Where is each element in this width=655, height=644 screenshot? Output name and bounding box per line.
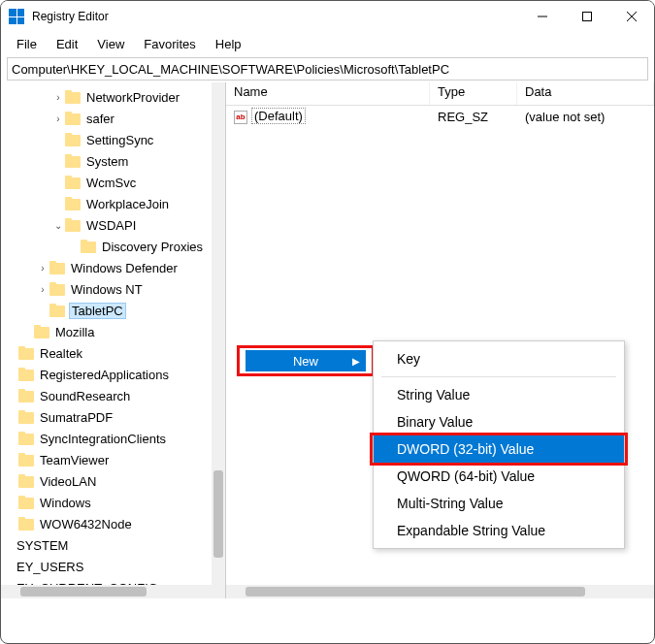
folder-icon: [18, 410, 34, 424]
chevron-right-icon[interactable]: ›: [36, 263, 49, 274]
menubar: File Edit View Favorites Help: [1, 32, 654, 55]
tree-item-label: WOW6432Node: [38, 517, 134, 531]
folder-icon: [49, 282, 65, 296]
menu-help[interactable]: Help: [206, 37, 251, 51]
folder-icon: [65, 176, 81, 189]
main-area: ›NetworkProvider›saferSettingSyncSystemW…: [1, 82, 654, 598]
tree-item[interactable]: SyncIntegrationClients: [1, 428, 225, 449]
chevron-right-icon[interactable]: ›: [51, 113, 65, 124]
folder-icon: [18, 517, 34, 531]
tree-item-label: TeamViewer: [38, 453, 111, 467]
tree-item-label: Realtek: [38, 346, 84, 361]
tree-item[interactable]: Discovery Proxies: [1, 236, 225, 257]
tree-item[interactable]: SYSTEM: [1, 534, 225, 556]
chevron-down-icon[interactable]: ⌄: [51, 220, 65, 231]
tree-item[interactable]: WOW6432Node: [1, 513, 225, 534]
chevron-right-icon: ▶: [352, 356, 360, 367]
col-data[interactable]: Data: [517, 82, 654, 105]
submenu-item[interactable]: DWORD (32-bit) Value: [374, 435, 624, 463]
tree-item-label: SYSTEM: [15, 538, 70, 553]
maximize-button[interactable]: [565, 1, 609, 32]
folder-icon: [34, 325, 49, 338]
submenu-item[interactable]: QWORD (64-bit) Value: [374, 463, 624, 490]
tree-scrollbar-horizontal[interactable]: [1, 585, 212, 598]
tree-item[interactable]: System: [1, 150, 225, 172]
context-menu-new[interactable]: New ▶: [237, 345, 375, 376]
tree-scrollbar-thumb-h[interactable]: [20, 587, 147, 596]
tree-item-label: SyncIntegrationClients: [38, 432, 168, 446]
tree-item[interactable]: ›Windows NT: [1, 278, 225, 300]
tree-item[interactable]: TeamViewer: [1, 449, 225, 470]
tree-scrollbar-thumb-v[interactable]: [213, 470, 223, 558]
svg-rect-1: [583, 13, 592, 21]
value-name: (Default): [251, 108, 306, 124]
tree-item[interactable]: WorkplaceJoin: [1, 193, 225, 214]
tree-item-label: WcmSvc: [84, 176, 138, 190]
tree-item-label: Discovery Proxies: [100, 240, 205, 254]
submenu-item[interactable]: Key: [374, 345, 624, 372]
folder-icon: [18, 453, 34, 467]
folder-icon: [49, 261, 65, 274]
tree-item[interactable]: WcmSvc: [1, 172, 225, 193]
tree-item[interactable]: ›NetworkProvider: [1, 86, 225, 108]
list-scrollbar-thumb-h[interactable]: [246, 587, 585, 596]
tree-item[interactable]: ⌄WSDAPI: [1, 214, 225, 236]
tree-item-label: safer: [84, 112, 116, 126]
col-type[interactable]: Type: [430, 82, 517, 105]
submenu-item[interactable]: Multi-String Value: [374, 490, 624, 517]
minimize-button[interactable]: [520, 1, 565, 32]
tree-item-label: TabletPC: [69, 303, 126, 319]
cell-name: ab(Default): [226, 109, 430, 124]
tree-item[interactable]: VideoLAN: [1, 470, 225, 492]
folder-icon: [18, 389, 34, 402]
tree-item-label: WorkplaceJoin: [84, 197, 171, 211]
address-bar[interactable]: Computer\HKEY_LOCAL_MACHINE\SOFTWARE\Pol…: [7, 57, 648, 80]
col-name[interactable]: Name: [226, 82, 430, 105]
tree-item[interactable]: EY_USERS: [1, 556, 225, 577]
tree-item-label: NetworkProvider: [84, 90, 181, 105]
folder-icon: [18, 496, 34, 509]
regedit-icon: [9, 9, 24, 24]
separator: [381, 376, 616, 377]
tree-item-label: SettingSync: [84, 133, 155, 147]
submenu-item[interactable]: String Value: [374, 381, 624, 408]
menu-file[interactable]: File: [7, 37, 47, 51]
menu-favorites[interactable]: Favorites: [134, 37, 205, 51]
tree-scrollbar-vertical[interactable]: [212, 82, 225, 598]
tree-item-label: Windows Defender: [69, 261, 180, 275]
string-value-icon: ab: [234, 111, 247, 124]
chevron-right-icon[interactable]: ›: [36, 284, 49, 295]
folder-icon: [49, 304, 65, 317]
tree-item[interactable]: ›Windows Defender: [1, 257, 225, 278]
tree-item[interactable]: ›safer: [1, 108, 225, 129]
submenu-item[interactable]: Binary Value: [374, 408, 624, 435]
folder-icon: [65, 218, 81, 232]
folder-icon: [65, 112, 81, 125]
list-scrollbar-horizontal[interactable]: [226, 585, 654, 598]
menu-view[interactable]: View: [87, 37, 134, 51]
tree-item[interactable]: SoundResearch: [1, 385, 225, 406]
folder-icon: [18, 368, 34, 381]
address-path: Computer\HKEY_LOCAL_MACHINE\SOFTWARE\Pol…: [12, 62, 449, 77]
list-row[interactable]: ab(Default) REG_SZ (value not set): [226, 106, 654, 127]
folder-icon: [65, 90, 81, 104]
submenu-item[interactable]: Expandable String Value: [374, 517, 624, 544]
tree-item[interactable]: SumatraPDF: [1, 406, 225, 428]
tree-item-label: EY_USERS: [15, 560, 85, 574]
tree-item[interactable]: TabletPC: [1, 300, 225, 321]
titlebar: Registry Editor: [1, 1, 654, 32]
menu-edit[interactable]: Edit: [47, 37, 87, 51]
folder-icon: [65, 197, 81, 210]
tree-item-label: RegisteredApplications: [38, 368, 171, 382]
tree-view[interactable]: ›NetworkProvider›saferSettingSyncSystemW…: [1, 82, 226, 598]
tree-item[interactable]: Realtek: [1, 342, 225, 364]
tree-item-label: Mozilla: [53, 325, 96, 339]
tree-item[interactable]: Mozilla: [1, 321, 225, 342]
tree-item[interactable]: SettingSync: [1, 129, 225, 150]
tree-item-label: Windows NT: [69, 282, 145, 297]
chevron-right-icon[interactable]: ›: [51, 92, 65, 103]
tree-item[interactable]: RegisteredApplications: [1, 364, 225, 385]
folder-icon: [81, 240, 96, 253]
tree-item[interactable]: Windows: [1, 492, 225, 513]
close-button[interactable]: [609, 1, 654, 32]
